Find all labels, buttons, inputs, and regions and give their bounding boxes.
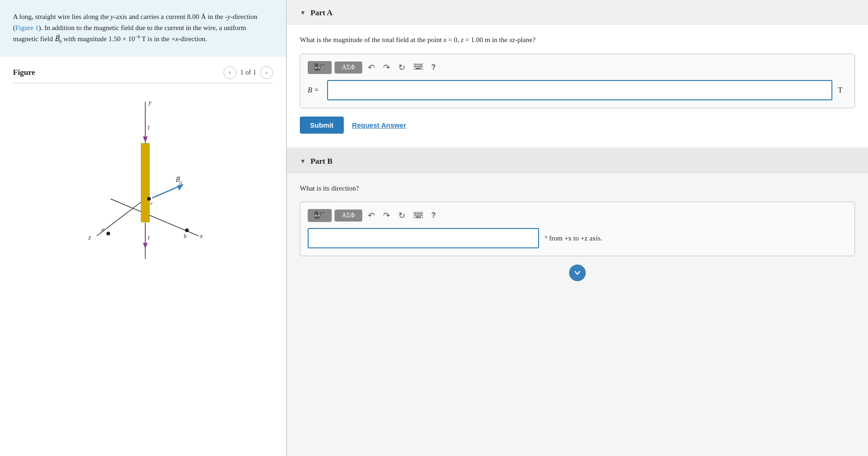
svg-rect-28: [415, 64, 416, 66]
svg-rect-10: [141, 143, 149, 222]
part-a-title: Part A: [310, 8, 333, 18]
svg-rect-43: [415, 213, 416, 214]
figure-diagram: y x b z a I: [13, 83, 273, 277]
part-a-input-row: B = T: [308, 80, 847, 100]
right-panel: ▼ Part A What is the magnitude of the to…: [287, 0, 868, 456]
figure-nav: ‹ 1 of 1 ›: [223, 66, 273, 79]
problem-description: A long, straight wire lies along the y-a…: [0, 0, 286, 57]
svg-point-8: [106, 232, 110, 235]
figure-link[interactable]: Figure 1: [15, 24, 38, 31]
left-panel: A long, straight wire lies along the y-a…: [0, 0, 287, 456]
part-b-radical-button[interactable]: ⧿: [308, 209, 332, 222]
part-b-header: ▼ Part B: [287, 148, 868, 173]
part-a-redo-button[interactable]: ↷: [380, 61, 393, 74]
part-a-question: What is the magnitude of the total field…: [300, 35, 855, 45]
part-a-section: ▼ Part A What is the magnitude of the to…: [287, 0, 868, 147]
part-a-content: What is the magnitude of the total field…: [287, 25, 868, 147]
part-a-help-button[interactable]: ?: [428, 62, 439, 74]
svg-rect-48: [416, 215, 418, 216]
svg-rect-47: [415, 215, 416, 216]
part-a-answer-box: ⧿ ΑΣΦ ↶ ↷ ↻: [300, 54, 855, 108]
figure-section: Figure ‹ 1 of 1 › y x b: [0, 57, 286, 277]
part-b-section: ▼ Part B What is its direction? ⧿: [287, 148, 868, 299]
part-b-help-button[interactable]: ?: [428, 210, 439, 222]
svg-text:I: I: [147, 234, 150, 241]
part-b-keyboard-button[interactable]: [411, 209, 426, 222]
svg-text:b: b: [184, 233, 187, 240]
part-a-submit-button[interactable]: Submit: [300, 117, 344, 134]
svg-rect-49: [418, 215, 420, 216]
svg-marker-12: [143, 136, 148, 142]
svg-rect-35: [420, 66, 422, 68]
part-a-chevron[interactable]: ▼: [300, 9, 306, 17]
chevron-down-icon: [574, 271, 581, 275]
part-b-input-row: ° from +x to +z axis.: [308, 228, 847, 248]
part-b-toolbar: ⧿ ΑΣΦ ↶ ↷ ↻: [308, 209, 847, 222]
svg-rect-51: [415, 216, 421, 218]
part-a-unit: T: [838, 86, 847, 94]
part-a-request-answer-button[interactable]: Request Answer: [352, 121, 406, 129]
svg-text:y: y: [148, 99, 152, 106]
part-b-title: Part B: [310, 157, 333, 166]
svg-text:c: c: [150, 200, 153, 206]
part-a-input-label: B =: [308, 86, 322, 94]
svg-rect-31: [420, 64, 422, 66]
part-a-answer-input[interactable]: [327, 80, 832, 100]
physics-diagram: y x b z a I: [64, 92, 222, 268]
keyboard-icon-b: [414, 212, 423, 218]
part-a-undo-button[interactable]: ↶: [365, 61, 378, 74]
radical-icon: ⧿: [315, 63, 325, 72]
figure-title: Figure: [13, 68, 35, 77]
problem-text-static: A long, straight wire lies along the y-a…: [13, 13, 257, 43]
part-b-content: What is its direction? ⧿ ΑΣΦ ↶: [287, 173, 868, 299]
figure-header: Figure ‹ 1 of 1 ›: [13, 66, 273, 79]
svg-text:B⃗0: B⃗0: [175, 176, 182, 185]
part-b-symbol-button[interactable]: ΑΣΦ: [335, 210, 362, 222]
part-b-answer-input[interactable]: [308, 228, 539, 248]
radical-icon-b: ⧿: [315, 211, 325, 220]
figure-next-button[interactable]: ›: [260, 66, 273, 79]
svg-text:x: x: [199, 233, 203, 240]
svg-rect-34: [418, 66, 420, 68]
svg-point-4: [185, 228, 189, 232]
svg-text:a: a: [101, 226, 105, 233]
svg-marker-15: [143, 243, 148, 249]
part-b-chevron[interactable]: ▼: [300, 158, 306, 165]
part-b-answer-box: ⧿ ΑΣΦ ↶ ↷ ↻: [300, 202, 855, 256]
svg-text:I: I: [147, 124, 150, 131]
part-b-suffix: ° from +x to +z axis.: [545, 234, 602, 242]
part-b-redo-button[interactable]: ↷: [380, 209, 393, 222]
scroll-down-button[interactable]: [569, 265, 586, 281]
svg-rect-50: [420, 215, 422, 216]
figure-counter: 1 of 1: [240, 68, 256, 76]
keyboard-icon: [414, 63, 423, 70]
figure-prev-button[interactable]: ‹: [223, 66, 236, 79]
part-b-reset-button[interactable]: ↻: [396, 209, 408, 222]
svg-rect-44: [416, 213, 418, 214]
part-a-reset-button[interactable]: ↻: [396, 61, 408, 74]
part-b-undo-button[interactable]: ↶: [365, 209, 378, 222]
part-a-symbol-button[interactable]: ΑΣΦ: [335, 62, 362, 74]
part-a-actions: Submit Request Answer: [300, 117, 855, 134]
svg-rect-32: [415, 66, 416, 68]
part-b-question: What is its direction?: [300, 183, 855, 194]
svg-rect-46: [420, 213, 422, 214]
svg-rect-36: [415, 68, 421, 69]
part-a-radical-button[interactable]: ⧿: [308, 61, 332, 74]
svg-rect-29: [416, 64, 418, 66]
svg-rect-45: [418, 213, 420, 214]
scroll-down-area: [300, 265, 855, 281]
part-a-header: ▼ Part A: [287, 0, 868, 25]
part-a-keyboard-button[interactable]: [411, 61, 426, 74]
svg-rect-30: [418, 64, 420, 66]
part-a-toolbar: ⧿ ΑΣΦ ↶ ↷ ↻: [308, 61, 847, 74]
svg-text:z: z: [88, 234, 91, 241]
svg-rect-33: [416, 66, 418, 68]
